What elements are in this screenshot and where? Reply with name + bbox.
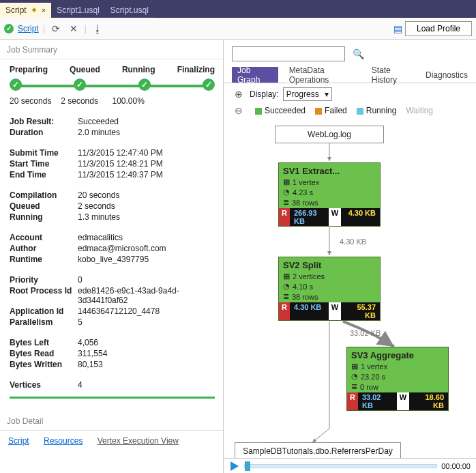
content: Job Summary Preparing Queued Running Fin… bbox=[0, 40, 476, 473]
kv-key: Account bbox=[10, 233, 78, 242]
feedback-icon[interactable]: ▤ bbox=[391, 22, 405, 35]
close-icon[interactable]: ✕ bbox=[67, 22, 80, 35]
kv-val: 0 bbox=[78, 275, 215, 285]
legend: ⊖ Succeeded Failed Running Waiting bbox=[224, 104, 476, 121]
stage-check-icon: ✓ bbox=[10, 78, 22, 91]
node-line: 38 rows bbox=[292, 199, 318, 207]
graph-sv3-node[interactable]: SV3 Aggregate ▦1 vertex ◔23.20 s ≣0 row … bbox=[346, 347, 449, 411]
refresh-icon[interactable]: ⟳ bbox=[49, 22, 63, 35]
display-select[interactable]: Progress ▾ bbox=[283, 87, 332, 101]
kv-key: Parallelism bbox=[10, 317, 78, 327]
kv-val: ede81426-e9c1-43ad-9a4d-3d3441f0af62 bbox=[78, 286, 215, 305]
kv-val: 4,056 bbox=[78, 338, 215, 347]
load-profile-button[interactable]: Load Profile bbox=[405, 21, 472, 36]
stage-check-icon: ✓ bbox=[138, 78, 151, 91]
node-write: 55.37 KB bbox=[341, 302, 380, 320]
legend-swatch-succeeded bbox=[255, 108, 262, 115]
search-input[interactable] bbox=[232, 46, 345, 61]
node-label: SampleDBTutorials.dbo.ReferrersPerDay bbox=[243, 446, 393, 456]
vertex-icon: ▦ bbox=[283, 177, 290, 186]
stage-values: 20 seconds 2 seconds 100.00% bbox=[10, 96, 215, 106]
vertex-icon: ▦ bbox=[283, 272, 290, 281]
legend-label: Running bbox=[366, 106, 397, 115]
document-tab-row: Script × Script1.usql Script.usql bbox=[0, 0, 476, 18]
stage-value: 100.00% bbox=[113, 96, 164, 106]
stage-check-icon: ✓ bbox=[203, 78, 215, 91]
node-line: 1 vertex bbox=[361, 362, 387, 371]
svg-marker-2 bbox=[230, 461, 239, 471]
kv-key: Running bbox=[10, 212, 78, 222]
node-line: 2 vertices bbox=[293, 272, 325, 281]
left-pane: Job Summary Preparing Queued Running Fin… bbox=[0, 40, 224, 473]
tab-label: Script1.usql bbox=[57, 5, 100, 15]
timeline-time: 00:00:00 bbox=[441, 462, 471, 470]
timeline-track[interactable] bbox=[244, 464, 437, 468]
kv-val: 1.3 minutes bbox=[78, 212, 215, 222]
kv-key: Submit Time bbox=[10, 148, 78, 158]
rows-icon: ≣ bbox=[283, 198, 289, 207]
kv-key: Job Result: bbox=[10, 117, 78, 126]
node-title: SV1 Extract... bbox=[279, 163, 380, 177]
stage-label: Queued bbox=[70, 65, 100, 74]
kv-val: kobo_live_4397795 bbox=[78, 255, 215, 264]
timeline: 00:00:00 bbox=[224, 458, 476, 473]
close-icon[interactable]: × bbox=[42, 6, 46, 14]
zoom-in-icon[interactable]: ⊕ bbox=[232, 87, 246, 101]
script-link[interactable]: Script bbox=[18, 24, 39, 33]
play-button[interactable] bbox=[229, 461, 240, 472]
resources-link[interactable]: Resources bbox=[44, 436, 83, 446]
node-write: 18.60 KB bbox=[409, 392, 448, 410]
node-read: 266.93 KB bbox=[290, 208, 329, 226]
kv-key: Duration bbox=[10, 128, 78, 137]
graph-input-node[interactable]: WebLog.log bbox=[275, 126, 384, 143]
kv-val: 11/3/2015 12:47:40 PM bbox=[78, 148, 215, 158]
node-line: 38 rows bbox=[292, 293, 318, 301]
node-read: 4.30 KB bbox=[290, 302, 329, 320]
job-graph[interactable]: WebLog.log SV1 Extract... ▦1 vertex ◔4.2… bbox=[224, 121, 476, 458]
tab-job-graph[interactable]: Job Graph bbox=[232, 67, 278, 83]
legend-label: Succeeded bbox=[265, 106, 306, 115]
clock-icon: ◔ bbox=[283, 282, 290, 291]
tab-label: Script bbox=[5, 5, 27, 15]
kv-val: 1446364712120_4478 bbox=[78, 306, 215, 316]
tab-metadata[interactable]: MetaData Operations bbox=[289, 67, 361, 83]
kv-val: edmacalitics bbox=[78, 233, 215, 242]
clock-icon: ◔ bbox=[283, 188, 290, 197]
document-tab-active[interactable]: Script × bbox=[0, 3, 51, 18]
kv-key: Root Process Id bbox=[10, 286, 78, 305]
stage-label: Preparing bbox=[10, 65, 48, 74]
subtab-row: Job Graph MetaData Operations State Hist… bbox=[224, 67, 476, 83]
kv-val: Succeeded bbox=[78, 117, 215, 126]
document-tab[interactable]: Script1.usql bbox=[51, 3, 105, 18]
document-tab[interactable]: Script.usql bbox=[105, 3, 154, 18]
tab-diagnostics[interactable]: Diagnostics bbox=[426, 67, 468, 83]
graph-sv1-node[interactable]: SV1 Extract... ▦1 vertex ◔4.23 s ≣38 row… bbox=[278, 162, 381, 227]
stage-check-icon: ✓ bbox=[74, 78, 86, 91]
stage-value: 2 seconds bbox=[61, 96, 112, 106]
zoom-out-icon[interactable]: ⊖ bbox=[232, 104, 246, 117]
kv-val: 4 bbox=[78, 380, 215, 390]
script-link[interactable]: Script bbox=[8, 436, 29, 446]
kv-val: 11/3/2015 12:48:21 PM bbox=[78, 159, 215, 169]
legend-label: Failed bbox=[325, 106, 347, 115]
vertex-view-link[interactable]: Vertex Execution View bbox=[98, 436, 179, 446]
rows-icon: ≣ bbox=[351, 382, 357, 391]
kv-val: 2.0 minutes bbox=[78, 128, 215, 137]
edge-label: 4.30 KB bbox=[340, 238, 366, 246]
timeline-thumb[interactable] bbox=[245, 461, 250, 471]
stage-labels: Preparing Queued Running Finalizing bbox=[10, 65, 215, 74]
search-button[interactable]: 🔍 bbox=[351, 46, 366, 61]
legend-swatch-failed bbox=[315, 108, 322, 115]
kv-key: Runtime bbox=[10, 255, 78, 264]
download-icon[interactable]: ⭳ bbox=[91, 22, 104, 35]
kv-val: 80,153 bbox=[78, 360, 215, 369]
kv-val: 11/3/2015 12:49:37 PM bbox=[78, 170, 215, 180]
rows-icon: ≣ bbox=[283, 292, 289, 301]
kv-key: Compilation bbox=[10, 190, 78, 200]
graph-output-node[interactable]: SampleDBTutorials.dbo.ReferrersPerDay bbox=[235, 442, 401, 458]
graph-sv2-node[interactable]: SV2 Split ▦2 vertices ◔4.10 s ≣38 rows R… bbox=[278, 257, 381, 321]
tab-label: Script.usql bbox=[110, 5, 149, 15]
tab-state-history[interactable]: State History bbox=[372, 67, 415, 83]
node-read: 33.02 KB bbox=[358, 392, 397, 410]
stage-label: Running bbox=[122, 65, 155, 74]
